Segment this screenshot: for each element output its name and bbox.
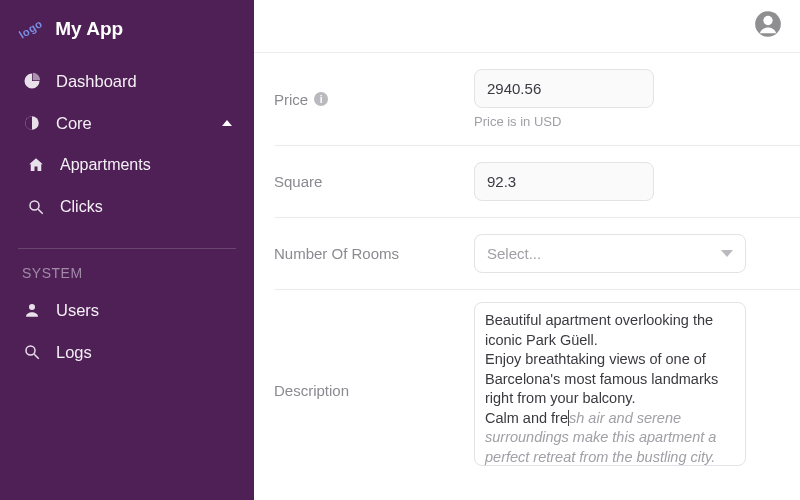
user-icon (22, 300, 42, 320)
select-placeholder: Select... (487, 245, 541, 262)
form: Price i Price is in USD Square Number Of… (254, 52, 800, 500)
row-rooms: Number Of Rooms Select... (274, 218, 800, 290)
search-icon (22, 342, 42, 362)
chevron-down-icon (721, 250, 733, 257)
svg-line-5 (34, 354, 39, 359)
sidebar-item-label: Users (56, 301, 99, 320)
svg-point-3 (29, 304, 35, 310)
label-text: Square (274, 173, 322, 190)
sidebar-item-label: Appartments (60, 156, 151, 174)
price-hint: Price is in USD (474, 114, 782, 129)
label-price: Price i (274, 91, 474, 108)
label-rooms: Number Of Rooms (274, 245, 474, 262)
label-square: Square (274, 173, 474, 190)
sidebar-item-core[interactable]: Core (0, 102, 254, 144)
row-square: Square (274, 146, 800, 218)
search-icon (26, 197, 46, 217)
avatar-icon[interactable] (754, 10, 782, 42)
home-icon (26, 155, 46, 175)
sidebar-item-label: Logs (56, 343, 92, 362)
sidebar-item-users[interactable]: Users (0, 289, 254, 331)
info-icon[interactable]: i (314, 92, 328, 106)
sidebar-section-system: SYSTEM (0, 249, 254, 287)
label-text: Description (274, 382, 349, 399)
row-price: Price i Price is in USD (274, 53, 800, 146)
description-typed: Beautiful apartment overlooking the icon… (485, 312, 718, 426)
svg-point-4 (26, 346, 35, 355)
description-textarea[interactable]: Beautiful apartment overlooking the icon… (474, 302, 746, 466)
row-description: Description Beautiful apartment overlook… (274, 290, 800, 482)
label-text: Price (274, 91, 308, 108)
chevron-up-icon (222, 120, 232, 126)
sidebar-item-clicks[interactable]: Clicks (0, 186, 254, 228)
svg-point-7 (763, 16, 772, 25)
svg-line-2 (38, 209, 43, 214)
orb-icon (22, 113, 42, 133)
nav-system: Users Logs (0, 287, 254, 375)
square-input[interactable] (474, 162, 654, 201)
label-text: Number Of Rooms (274, 245, 399, 262)
sidebar-item-label: Dashboard (56, 72, 137, 91)
sidebar: logo My App Dashboard Core Appartments (0, 0, 254, 500)
price-input[interactable] (474, 69, 654, 108)
label-description: Description (274, 302, 474, 399)
nav-main: Dashboard Core Appartments Clicks (0, 58, 254, 230)
sidebar-item-label: Core (56, 114, 92, 133)
sidebar-item-dashboard[interactable]: Dashboard (0, 60, 254, 102)
sidebar-item-logs[interactable]: Logs (0, 331, 254, 373)
logo-icon: logo (17, 17, 45, 41)
brand: logo My App (0, 14, 254, 58)
topbar (254, 0, 800, 52)
pie-icon (22, 71, 42, 91)
app-name: My App (55, 18, 123, 40)
sidebar-item-label: Clicks (60, 198, 103, 216)
svg-point-1 (30, 201, 39, 210)
sidebar-item-appartments[interactable]: Appartments (0, 144, 254, 186)
main: Price i Price is in USD Square Number Of… (254, 0, 800, 500)
rooms-select[interactable]: Select... (474, 234, 746, 273)
